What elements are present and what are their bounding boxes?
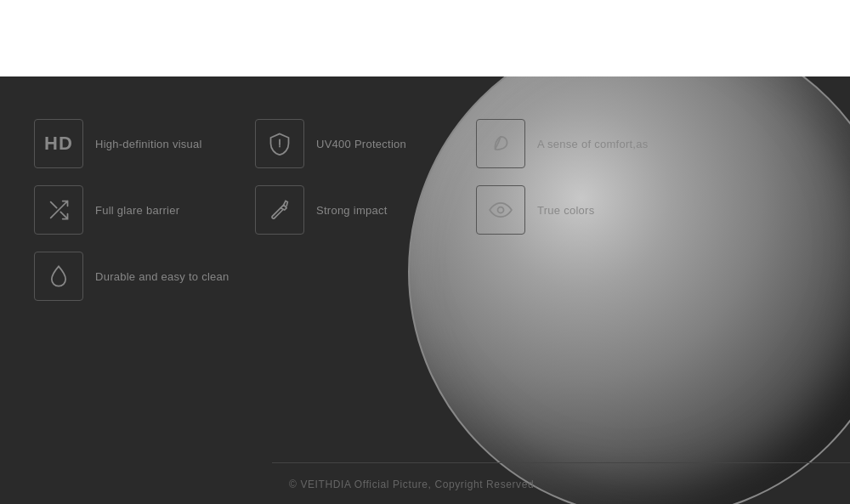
- shield-icon: [268, 132, 292, 156]
- svg-point-0: [498, 207, 504, 213]
- hammer-icon: [268, 198, 292, 222]
- leaf-icon-box: [476, 119, 525, 168]
- leaf-icon: [489, 132, 513, 156]
- feature-clean: Durable and easy to clean: [34, 252, 238, 301]
- hammer-icon-box: [255, 185, 304, 235]
- clean-label: Durable and easy to clean: [95, 270, 230, 283]
- droplet-icon: [47, 264, 71, 288]
- top-section: [0, 0, 850, 76]
- hd-visual-label: High-definition visual: [95, 138, 202, 150]
- eye-icon-box: [476, 185, 525, 235]
- colors-label: True colors: [537, 204, 594, 217]
- shield-icon-box: [255, 119, 304, 168]
- feature-colors: True colors: [476, 185, 680, 235]
- feature-hd-visual: HD High-definition visual: [34, 119, 238, 168]
- copyright-bar: © VEITHDIA Official Picture, Copyright R…: [272, 462, 850, 504]
- feature-impact: Strong impact: [255, 185, 459, 235]
- droplet-icon-box: [34, 252, 83, 301]
- impact-label: Strong impact: [316, 204, 388, 217]
- copyright-text: © VEITHDIA Official Picture, Copyright R…: [289, 479, 537, 490]
- hd-icon-box: HD: [34, 119, 83, 168]
- comfort-label: A sense of comfort,as: [537, 138, 648, 150]
- eye-icon: [489, 198, 513, 222]
- glare-label: Full glare barrier: [95, 204, 179, 217]
- hd-icon: HD: [44, 133, 73, 155]
- bottom-section: HD High-definition visual UV400 Protecti…: [0, 76, 850, 504]
- feature-uv400: UV400 Protection: [255, 119, 459, 168]
- shuffle-icon: [47, 198, 71, 222]
- shuffle-icon-box: [34, 185, 83, 235]
- uv400-label: UV400 Protection: [316, 138, 406, 150]
- feature-glare: Full glare barrier: [34, 185, 238, 235]
- features-grid: HD High-definition visual UV400 Protecti…: [34, 119, 680, 301]
- feature-comfort: A sense of comfort,as: [476, 119, 680, 168]
